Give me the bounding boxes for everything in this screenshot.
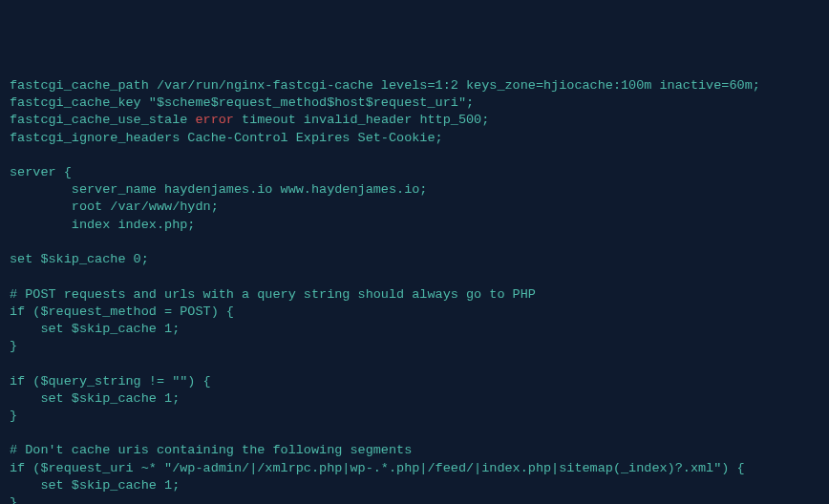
code-line: index index.php; (10, 217, 819, 234)
code-line: # POST requests and urls with a query st… (10, 286, 819, 304)
code-block: fastcgi_cache_path /var/run/nginx-fastcg… (10, 77, 819, 504)
code-line (10, 147, 819, 164)
code-line: if ($request_uri ~* "/wp-admin/|/xmlrpc.… (10, 460, 819, 477)
code-line: # Don't cache uris containing the follow… (10, 442, 819, 459)
error-keyword: error (195, 113, 234, 127)
code-line: } (10, 338, 819, 355)
code-line: fastcgi_cache_use_stale error timeout in… (10, 112, 819, 129)
code-line: if ($request_method = POST) { (10, 304, 819, 321)
code-line: set $skip_cache 1; (10, 477, 819, 494)
code-line: set $skip_cache 1; (10, 321, 819, 338)
code-line: set $skip_cache 1; (10, 390, 819, 408)
code-line: if ($query_string != "") { (10, 373, 819, 390)
code-line (10, 268, 819, 285)
code-line (10, 355, 819, 372)
code-line: } (10, 494, 819, 504)
code-line: server_name haydenjames.io www.haydenjam… (10, 181, 819, 199)
code-line: fastcgi_cache_path /var/run/nginx-fastcg… (10, 77, 819, 94)
code-line: fastcgi_ignore_headers Cache-Control Exp… (10, 130, 819, 147)
code-text: fastcgi_cache_use_stale (10, 113, 195, 127)
code-line: root /var/www/hydn; (10, 199, 819, 216)
code-line: fastcgi_cache_key "$scheme$request_metho… (10, 94, 819, 112)
code-line: set $skip_cache 0; (10, 251, 819, 268)
code-line (10, 234, 819, 251)
code-text: timeout invalid_header http_500; (234, 113, 489, 127)
code-line: server { (10, 164, 819, 181)
code-line (10, 425, 819, 442)
code-line: } (10, 408, 819, 425)
